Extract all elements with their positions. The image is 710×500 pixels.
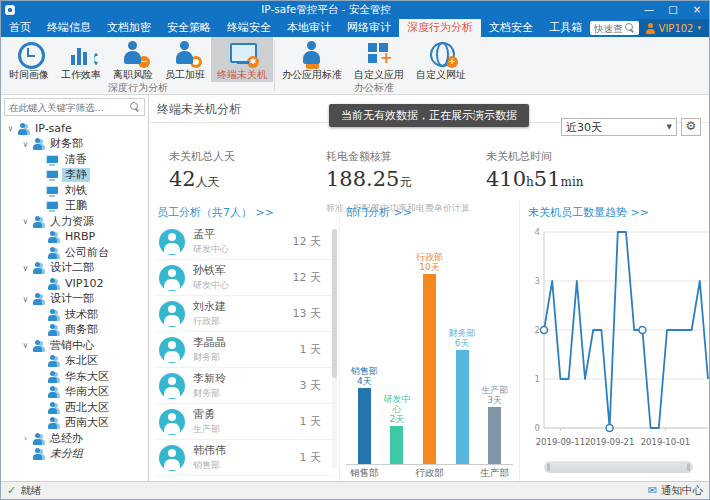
employee-analysis-panel: 员工分析（共7人） >> 孟平研发中心12 天孙铁军研发中心12 天刘永建行政部… <box>149 201 339 481</box>
user-group-icon <box>46 371 59 383</box>
ribbon-item-label: 办公应用标准 <box>282 68 342 82</box>
notification-center[interactable]: ✉ 通知中心 <box>648 484 703 498</box>
employee-row[interactable]: 雷勇生产部1 天 <box>157 404 333 440</box>
tree-item-华东大区[interactable]: 华东大区 <box>1 369 148 385</box>
tree-item-设计二部[interactable]: ∨设计二部 <box>1 261 148 277</box>
window-title: IP-safe管控平台 - 安全管控 <box>15 3 637 17</box>
menu-tab-首页[interactable]: 首页 <box>1 19 39 37</box>
minimize-button[interactable]: — <box>637 1 661 19</box>
ribbon-item-办公应用标准[interactable]: 办公应用标准 <box>276 37 348 82</box>
tree-item-李静[interactable]: 李静 <box>1 168 148 184</box>
employee-row[interactable]: 韩伟伟销售部1 天 <box>157 440 333 476</box>
user-group-icon <box>46 417 59 429</box>
department-analysis-link[interactable]: 部门分析 >> <box>346 201 513 224</box>
ribbon-item-时间画像[interactable]: 时间画像 <box>3 37 55 82</box>
maximize-button[interactable]: □ <box>661 1 685 19</box>
expand-icon[interactable]: › <box>20 434 31 443</box>
employee-avatar-icon <box>159 229 185 255</box>
tree-item-label: 华东大区 <box>62 370 112 384</box>
date-range-select[interactable]: 近30天 ▼ <box>561 118 677 136</box>
stat-unit: 元 <box>399 175 411 189</box>
close-button[interactable]: × <box>685 1 709 19</box>
ribbon-item-离职风险[interactable]: −离职风险 <box>107 37 159 82</box>
employee-name: 孟平 <box>193 227 285 242</box>
employee-days: 13 天 <box>293 306 322 321</box>
collapse-icon[interactable]: ∨ <box>5 124 16 133</box>
ribbon-item-员工加班[interactable]: ●员工加班 <box>159 37 211 82</box>
collapse-icon[interactable]: ∨ <box>20 140 31 149</box>
employee-info: 孙铁军研发中心 <box>193 263 285 292</box>
list-scrollbar[interactable] <box>332 229 337 469</box>
user-group-icon <box>16 123 29 135</box>
ribbon-item-终端未关机[interactable]: ✱终端未关机 <box>211 37 273 82</box>
menu-tab-文档加密[interactable]: 文档加密 <box>99 19 159 37</box>
collapse-icon[interactable]: ∨ <box>20 341 31 350</box>
tree-item-HRBP[interactable]: HRBP <box>1 230 148 246</box>
tree-item-王鹏[interactable]: 王鹏 <box>1 199 148 215</box>
ribbon-item-工作效率[interactable]: ●工作效率 <box>55 37 107 82</box>
tree-item-人力资源[interactable]: ∨人力资源 <box>1 214 148 230</box>
menu-tab-终端安全[interactable]: 终端安全 <box>219 19 279 37</box>
stat-label: 未关机总人天 <box>169 149 326 164</box>
quick-search-box[interactable] <box>590 21 639 35</box>
user-group-icon <box>46 309 59 321</box>
tree-item-公司前台[interactable]: 公司前台 <box>1 245 148 261</box>
tree-item-label: 设计二部 <box>47 261 97 275</box>
menu-tab-本地审计[interactable]: 本地审计 <box>279 19 339 37</box>
tree-item-刘铁[interactable]: 刘铁 <box>1 183 148 199</box>
tree-item-总经办[interactable]: ›总经办 <box>1 431 148 447</box>
ribbon-item-自定义应用[interactable]: 自定义应用 <box>348 37 410 82</box>
demo-data-toast: 当前无有效数据，正在展示演示数据 <box>329 104 529 127</box>
user-menu[interactable]: VIP102 ▾ <box>639 19 709 37</box>
ribbon-item-label: 自定义网址 <box>416 68 466 82</box>
menu-tab-终端信息[interactable]: 终端信息 <box>39 19 99 37</box>
tree-item-财务部[interactable]: ∨财务部 <box>1 137 148 153</box>
person-minus-icon: − <box>119 41 147 67</box>
employee-row[interactable]: 李晶晶财务部1 天 <box>157 332 333 368</box>
collapse-icon[interactable]: ∨ <box>20 264 31 273</box>
tree-item-label: 商务部 <box>62 323 101 337</box>
tree-item-未分组[interactable]: 未分组 <box>1 447 148 463</box>
svg-text:2019-10-01: 2019-10-01 <box>641 437 690 447</box>
tree-item-东北区[interactable]: 东北区 <box>1 354 148 370</box>
ribbon-item-label: 自定义应用 <box>354 68 404 82</box>
tree-filter-box[interactable] <box>4 98 145 116</box>
employee-row[interactable]: 孟平研发中心12 天 <box>157 224 333 260</box>
employee-row[interactable]: 孙铁军研发中心12 天 <box>157 260 333 296</box>
tree-item-VIP102[interactable]: VIP102 <box>1 276 148 292</box>
tree-item-label: 西北大区 <box>62 401 112 415</box>
menu-tab-深度行为分析[interactable]: 深度行为分析 <box>399 19 481 37</box>
menu-tab-文档安全[interactable]: 文档安全 <box>481 19 541 37</box>
employee-row[interactable]: 刘永建行政部13 天 <box>157 296 333 332</box>
ribbon-item-自定义网址[interactable]: +自定义网址 <box>410 37 472 82</box>
tree-item-华南大区[interactable]: 华南大区 <box>1 385 148 401</box>
collapse-icon[interactable]: ∨ <box>20 295 31 304</box>
employee-row[interactable]: 李新玲财务部3 天 <box>157 368 333 404</box>
menu-tab-工具箱[interactable]: 工具箱 <box>541 19 590 37</box>
datazoom-slider[interactable] <box>544 461 693 473</box>
tree-item-西北大区[interactable]: 西北大区 <box>1 400 148 416</box>
collapse-icon[interactable]: ∨ <box>20 217 31 226</box>
ribbon-group-items: 办公应用标准自定义应用+自定义网址 <box>276 37 472 82</box>
tree-item-营销中心[interactable]: ∨营销中心 <box>1 338 148 354</box>
quick-search-input[interactable] <box>594 23 623 34</box>
employee-analysis-link[interactable]: 员工分析（共7人） >> <box>157 201 333 224</box>
tree-item-设计一部[interactable]: ∨设计一部 <box>1 292 148 308</box>
tree-item-清香[interactable]: 清香 <box>1 152 148 168</box>
trend-link[interactable]: 未关机员工数量趋势 >> <box>528 201 705 224</box>
tree-item-西南大区[interactable]: 西南大区 <box>1 416 148 432</box>
user-group-icon <box>46 355 59 367</box>
employee-days: 1 天 <box>300 414 322 429</box>
tree-filter-input[interactable] <box>9 102 128 113</box>
stat-value: 42 <box>169 167 196 191</box>
employee-avatar-icon <box>159 265 185 291</box>
bar-slot: 研发中心2天 <box>381 394 414 464</box>
ribbon-toolbar: 时间画像●工作效率−离职风险●员工加班✱终端未关机深度行为分析办公应用标准自定义… <box>1 37 709 95</box>
tree-item-商务部[interactable]: 商务部 <box>1 323 148 339</box>
employee-name: 雷勇 <box>193 407 292 422</box>
tree-item-技术部[interactable]: 技术部 <box>1 307 148 323</box>
settings-gear-button[interactable]: ⚙ <box>681 118 701 136</box>
menu-tab-网络审计[interactable]: 网络审计 <box>339 19 399 37</box>
menu-tab-安全策略[interactable]: 安全策略 <box>159 19 219 37</box>
tree-item-IP-safe[interactable]: ∨IP-safe <box>1 121 148 137</box>
